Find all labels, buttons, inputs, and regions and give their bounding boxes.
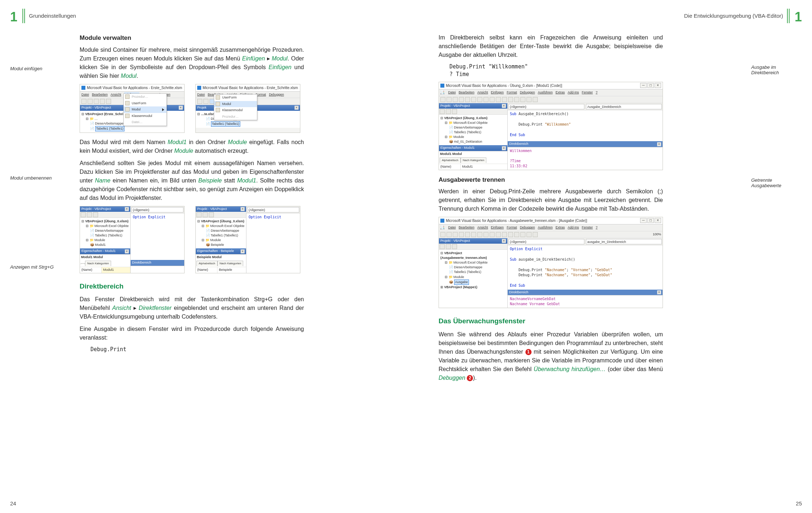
minimize-icon: ─ [640,83,647,88]
paragraph: Eine Ausgabe in diesem Fenster wird im P… [80,325,304,342]
paragraph: Wenn Sie während des Ablaufs einer Proze… [439,330,663,382]
header-rule [24,9,25,23]
paragraph: Das Modul wird mit dem Namen Modul1 in d… [80,138,304,155]
screenshot-direktbereich: Microsoft Visual Basic for Applications … [439,82,663,170]
margin-note: Anzeigen mit Strg+G [10,264,61,270]
svg-rect-0 [81,86,85,90]
close-icon: × [655,83,661,88]
heading-direktbereich: Direktbereich [80,281,304,292]
svg-rect-1 [197,86,201,90]
screenshot-ausgabewerte: Microsoft Visual Basic for Applications … [439,217,663,308]
callout-badge-1: 1 [525,349,532,355]
heading-ausgabewerte: Ausgabewerte trennen [439,175,663,185]
heading-module-verwalten: Module verwalten [80,33,304,43]
code-block: Debug.Print "Willkommen" ? Time [449,63,663,78]
maximize-icon: □ [647,83,654,88]
paragraph: Im Direktbereich selbst kann ein Frageze… [439,33,663,59]
header-rule [22,9,23,23]
header-rule [787,9,788,23]
screenshot-rename-beispiele: Projekt - VBAProject× ⊟ VBAProject (Übun… [195,206,300,273]
margin-note: Modul einfügen [10,66,61,71]
paragraph: Module sind Container für mehrere, meist… [80,46,304,80]
svg-rect-2 [440,84,444,88]
margin-note: Ausgabe im Direktbereich [751,64,802,75]
heading-ueberwachungsfenster: Das Überwachungsfenster [439,316,663,327]
page-number: 25 [796,500,802,506]
screenshot-insert-menu: Microsoft Visual Basic for Applications … [80,84,185,133]
paragraph: Werden in einer Debug.Print-Zeile mehrer… [439,187,663,213]
margin-note: Modul umbenennen [10,175,61,181]
margin-note: Getrennte Ausgabewerte [751,177,802,188]
screenshot-toolbar-dropdown: Microsoft Visual Basic for Applications … [195,84,300,133]
paragraph: Anschließend sollten Sie jedes Modul mit… [80,159,304,202]
paragraph: Das Fenster Direktbereich wird mit der T… [80,295,304,321]
chapter-number: 1 [10,9,17,25]
screenshot-rename-modul1: Projekt - VBAProject× ⊟ VBAProject (Übun… [80,206,185,273]
svg-rect-3 [440,219,444,223]
callout-badge-2: 2 [467,375,473,381]
code-block: Debug.Print [90,346,304,353]
running-header: Grundeinstellungen [29,13,76,19]
running-header: Die Entwicklungsumgebung (VBA-Editor) [684,13,783,19]
chapter-number: 1 [795,9,802,25]
page-number: 24 [10,500,16,506]
header-rule [789,9,790,23]
